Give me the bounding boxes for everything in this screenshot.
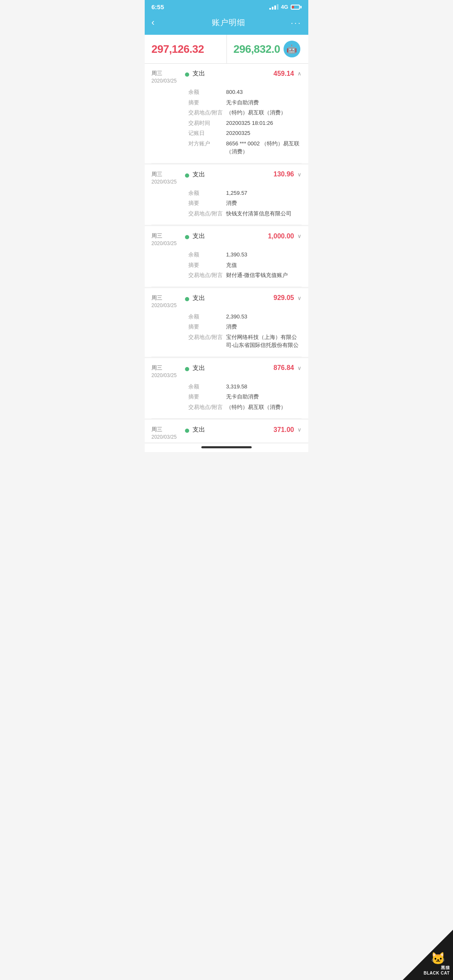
expand-chevron[interactable]: ∨ xyxy=(297,365,302,371)
green-dot-icon xyxy=(185,297,189,301)
transaction-item[interactable]: 周三 2020/03/25 支出 1,000.00 ∨ 余额 1,390.53 xyxy=(145,226,308,287)
green-dot-icon xyxy=(185,173,189,178)
transaction-item[interactable]: 周三 2020/03/25 支出 459.14 ∧ 余额 800.43 xyxy=(145,64,308,164)
detail-value: 800.43 xyxy=(226,88,302,96)
transaction-header[interactable]: 周三 2020/03/25 支出 459.14 ∧ xyxy=(145,64,308,86)
transaction-preview: 余额 1,390.53 摘要 充值 交易地点/附言 财付通-微信零钱充值账户 xyxy=(145,249,308,287)
divider xyxy=(151,225,302,225)
transaction-main: 支出 876.84 ∨ xyxy=(193,364,302,372)
home-indicator xyxy=(201,446,252,448)
expand-chevron[interactable]: ∨ xyxy=(297,427,302,433)
status-dot xyxy=(185,232,189,241)
detail-row: 摘要 无卡自助消费 xyxy=(188,98,302,107)
back-button[interactable]: ‹ xyxy=(151,17,167,28)
type-amount-row: 支出 1,000.00 ∨ xyxy=(193,232,302,240)
status-dot xyxy=(185,364,189,373)
date-label: 2020/03/25 xyxy=(151,240,185,246)
detail-row: 摘要 充值 xyxy=(188,261,302,269)
detail-value: 1,390.53 xyxy=(226,251,302,259)
detail-value: 快钱支付清算信息有限公司 xyxy=(226,209,302,218)
detail-value: 1,259.57 xyxy=(226,189,302,197)
date-label: 2020/03/25 xyxy=(151,303,185,308)
day-label: 周三 xyxy=(151,70,185,77)
detail-value: 2,390.53 xyxy=(226,313,302,321)
transaction-type: 支出 xyxy=(193,232,205,240)
type-amount-row: 支出 876.84 ∨ xyxy=(193,364,302,372)
transaction-item[interactable]: 周三 2020/03/25 支出 371.00 ∨ xyxy=(145,420,308,443)
detail-value: 财付通-微信零钱充值账户 xyxy=(226,271,302,279)
green-dot-icon xyxy=(185,72,189,77)
more-button[interactable]: ··· xyxy=(291,18,302,28)
transaction-type: 支出 xyxy=(193,171,205,178)
transaction-type: 支出 xyxy=(193,294,205,302)
transaction-details: 余额 800.43 摘要 无卡自助消费 交易地点/附言 （特约）易互联（消费） … xyxy=(145,86,308,163)
transaction-header[interactable]: 周三 2020/03/25 支出 929.05 ∨ xyxy=(145,288,308,311)
detail-label: 余额 xyxy=(188,189,226,197)
detail-row: 对方账户 8656 *** 0002 （特约）易互联（消费） xyxy=(188,140,302,156)
transaction-header[interactable]: 周三 2020/03/25 支出 876.84 ∨ xyxy=(145,358,308,381)
status-dot xyxy=(185,70,189,78)
balance-credit-amount: 296,832.0 xyxy=(234,43,280,56)
transaction-header[interactable]: 周三 2020/03/25 支出 1,000.00 ∨ xyxy=(145,226,308,249)
detail-row: 余额 1,390.53 xyxy=(188,251,302,259)
transaction-main: 支出 130.96 ∨ xyxy=(193,171,302,178)
expand-chevron[interactable]: ∨ xyxy=(297,233,302,239)
transaction-header[interactable]: 周三 2020/03/25 支出 130.96 ∨ xyxy=(145,165,308,187)
balance-bar: 297,126.32 296,832.0 🤖 xyxy=(145,35,308,64)
detail-value: 充值 xyxy=(226,261,302,269)
transaction-main: 支出 929.05 ∨ xyxy=(193,294,302,302)
detail-label: 余额 xyxy=(188,383,226,391)
detail-row: 余额 1,259.57 xyxy=(188,189,302,197)
detail-value: 20200325 xyxy=(226,129,302,137)
detail-row: 摘要 无卡自助消费 xyxy=(188,393,302,401)
date-column: 周三 2020/03/25 xyxy=(151,426,185,440)
transaction-item[interactable]: 周三 2020/03/25 支出 130.96 ∨ 余额 1,259.57 xyxy=(145,165,308,226)
detail-label: 记账日 xyxy=(188,129,226,137)
transaction-item[interactable]: 周三 2020/03/25 支出 929.05 ∨ 余额 2,390.53 xyxy=(145,288,308,357)
detail-label: 交易地点/附言 xyxy=(188,209,226,218)
detail-row: 记账日 20200325 xyxy=(188,129,302,137)
transaction-main: 支出 371.00 ∨ xyxy=(193,426,302,434)
expand-chevron[interactable]: ∧ xyxy=(297,70,302,77)
transaction-header[interactable]: 周三 2020/03/25 支出 371.00 ∨ xyxy=(145,420,308,442)
transaction-amount: 371.00 xyxy=(273,426,294,434)
status-icons: 4G xyxy=(269,4,302,10)
battery-icon xyxy=(291,5,302,10)
type-amount-row: 支出 459.14 ∧ xyxy=(193,70,302,78)
signal-icon xyxy=(269,4,279,10)
time-display: 6:55 xyxy=(151,3,164,10)
robot-button[interactable]: 🤖 xyxy=(284,41,300,57)
transaction-type: 支出 xyxy=(193,426,205,434)
transaction-item[interactable]: 周三 2020/03/25 支出 876.84 ∨ 余额 3,319.58 xyxy=(145,358,308,419)
detail-label: 摘要 xyxy=(188,199,226,207)
date-column: 周三 2020/03/25 xyxy=(151,232,185,246)
balance-right: 296,832.0 🤖 xyxy=(227,35,309,63)
detail-value: 宝付网络科技（上海）有限公司-山东省国际信托股份有限公 xyxy=(226,333,302,349)
detail-row: 交易地点/附言 （特约）易互联（消费） xyxy=(188,109,302,117)
green-dot-icon xyxy=(185,429,189,433)
network-label: 4G xyxy=(281,4,288,10)
type-amount-row: 支出 929.05 ∨ xyxy=(193,294,302,302)
transaction-amount: 1,000.00 xyxy=(268,233,294,240)
expand-chevron[interactable]: ∨ xyxy=(297,295,302,301)
transaction-preview: 余额 3,319.58 摘要 无卡自助消费 交易地点/附言 （特约）易互联（消费… xyxy=(145,381,308,419)
status-dot xyxy=(185,294,189,303)
detail-label: 对方账户 xyxy=(188,140,226,156)
detail-value: 无卡自助消费 xyxy=(226,393,302,401)
expand-chevron[interactable]: ∨ xyxy=(297,171,302,178)
date-column: 周三 2020/03/25 xyxy=(151,70,185,84)
transaction-preview: 余额 1,259.57 摘要 消费 交易地点/附言 快钱支付清算信息有限公司 xyxy=(145,187,308,225)
detail-value: 无卡自助消费 xyxy=(226,98,302,107)
type-amount-row: 支出 130.96 ∨ xyxy=(193,171,302,178)
divider xyxy=(151,163,302,163)
detail-value: 20200325 18:01:26 xyxy=(226,119,302,127)
day-label: 周三 xyxy=(151,171,185,178)
balance-debit-amount: 297,126.32 xyxy=(151,43,204,56)
detail-label: 余额 xyxy=(188,88,226,96)
detail-row: 摘要 消费 xyxy=(188,199,302,207)
day-label: 周三 xyxy=(151,364,185,372)
page-header: ‹ 账户明细 ··· xyxy=(145,13,308,35)
detail-row: 交易地点/附言 财付通-微信零钱充值账户 xyxy=(188,271,302,279)
day-label: 周三 xyxy=(151,426,185,433)
detail-row: 交易地点/附言 （特约）易互联（消费） xyxy=(188,403,302,411)
